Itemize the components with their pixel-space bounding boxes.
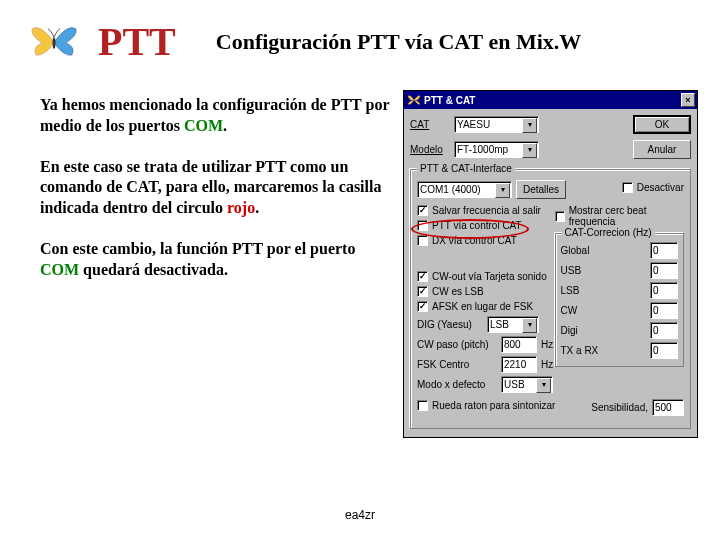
details-button[interactable]: Detalles (516, 180, 566, 199)
show-beat-checkbox[interactable]: Mostrar cerc beat frequencia (555, 205, 685, 227)
dialog-titlebar[interactable]: PTT & CAT × (404, 91, 697, 109)
txrx-input[interactable]: 0 (650, 342, 678, 359)
ptt-via-cat-checkbox[interactable]: PTT vía control CAT (417, 220, 547, 231)
wheel-tune-checkbox[interactable]: Rueda raton para sintonizar (417, 400, 555, 411)
dig-combo[interactable]: LSB (487, 316, 539, 333)
dialog-title: PTT & CAT (424, 95, 475, 106)
paragraph-2: En este caso se trata de utilizar PTT co… (40, 157, 390, 219)
header: PTT Configuración PTT vía CAT en Mix.W (0, 0, 720, 75)
interface-group: PTT & CAT-Interface COM1 (4000) Detalles… (410, 169, 691, 429)
global-input[interactable]: 0 (650, 242, 678, 259)
save-freq-checkbox[interactable]: ✓Salvar frecuencia al salir (417, 205, 547, 216)
correction-group-title: CAT-Correcion (Hz) (562, 227, 655, 238)
dx-via-cat-checkbox[interactable]: DX vía control CAT (417, 235, 547, 246)
modelo-label: Modelo (410, 144, 450, 155)
paragraph-1: Ya hemos mencionado la configuración de … (40, 95, 390, 137)
svg-point-0 (53, 37, 56, 49)
port-combo[interactable]: COM1 (4000) (417, 181, 512, 198)
cat-label: CAT (410, 119, 450, 130)
app-icon (407, 93, 421, 107)
usb-input[interactable]: 0 (650, 262, 678, 279)
butterfly-icon (30, 23, 78, 61)
text-column: Ya hemos mencionado la configuración de … (40, 95, 390, 301)
disable-checkbox[interactable]: Desactivar (622, 182, 684, 193)
digi-input[interactable]: 0 (650, 322, 678, 339)
ptt-cat-dialog: PTT & CAT × CAT YAESU OK Modelo FT-1000m… (403, 90, 698, 438)
cw-input[interactable]: 0 (650, 302, 678, 319)
default-mode-combo[interactable]: USB (501, 376, 553, 393)
interface-group-title: PTT & CAT-Interface (417, 163, 515, 174)
footer-credit: ea4zr (0, 508, 720, 522)
lsb-input[interactable]: 0 (650, 282, 678, 299)
modelo-combo[interactable]: FT-1000mp (454, 141, 539, 158)
ok-button[interactable]: OK (633, 115, 691, 134)
page-title: PTT (98, 18, 176, 65)
sensitivity-input[interactable]: 500 (652, 399, 684, 416)
page-subtitle: Configuración PTT vía CAT en Mix.W (216, 29, 581, 55)
paragraph-3: Con este cambio, la función PTT por el p… (40, 239, 390, 281)
close-button[interactable]: × (681, 93, 695, 107)
cancel-button[interactable]: Anular (633, 140, 691, 159)
cat-combo[interactable]: YAESU (454, 116, 539, 133)
